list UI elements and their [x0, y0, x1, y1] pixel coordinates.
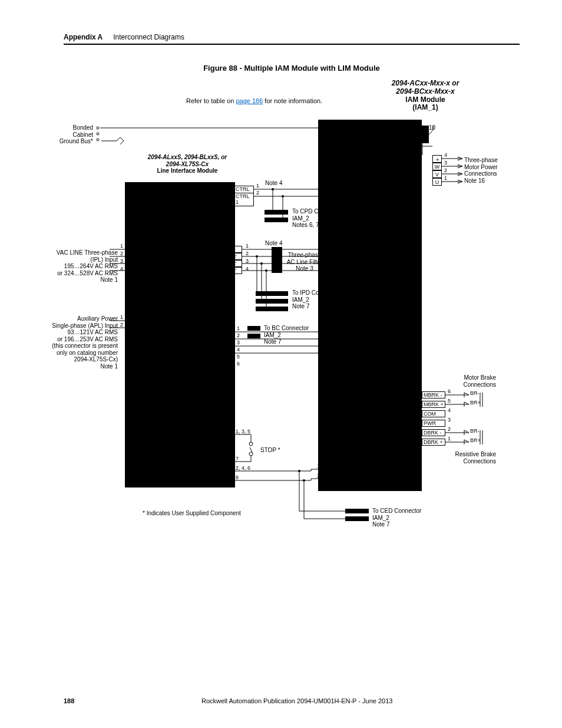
- svg-rect-43: [247, 326, 260, 331]
- svg-point-61: [249, 442, 253, 446]
- appendix-label: Appendix A: [64, 33, 103, 41]
- diagram: 2094-ACxx-Mxx-x or 2094-BCxx-Mxx-x IAM M…: [64, 80, 527, 551]
- svg-rect-1: [318, 120, 422, 491]
- pub-line: Rockwell Automation Publication 2094-UM0…: [201, 697, 392, 704]
- svg-point-5: [97, 139, 99, 141]
- wiring-svg: [64, 80, 527, 551]
- svg-rect-20: [265, 218, 288, 222]
- svg-rect-76: [345, 509, 369, 513]
- chapter-title: Interconnect Diagrams: [113, 33, 184, 41]
- page-footer: 188 Rockwell Automation Publication 2094…: [0, 697, 562, 704]
- svg-rect-37: [256, 307, 288, 311]
- svg-rect-77: [345, 516, 369, 521]
- svg-rect-31: [272, 247, 282, 273]
- svg-rect-36: [256, 299, 288, 304]
- svg-rect-19: [265, 210, 288, 215]
- svg-rect-8: [416, 126, 429, 143]
- figure-title: Figure 88 - Multiple IAM Module with LIM…: [64, 64, 520, 73]
- page-number: 188: [64, 697, 74, 704]
- page-header: Appendix A Interconnect Diagrams: [64, 33, 520, 45]
- svg-point-6: [323, 125, 326, 129]
- svg-line-62: [250, 447, 252, 452]
- svg-point-4: [97, 133, 99, 135]
- svg-point-63: [249, 452, 253, 456]
- svg-rect-44: [247, 334, 260, 338]
- svg-point-3: [97, 127, 99, 129]
- svg-rect-0: [125, 182, 235, 487]
- svg-rect-35: [256, 291, 288, 296]
